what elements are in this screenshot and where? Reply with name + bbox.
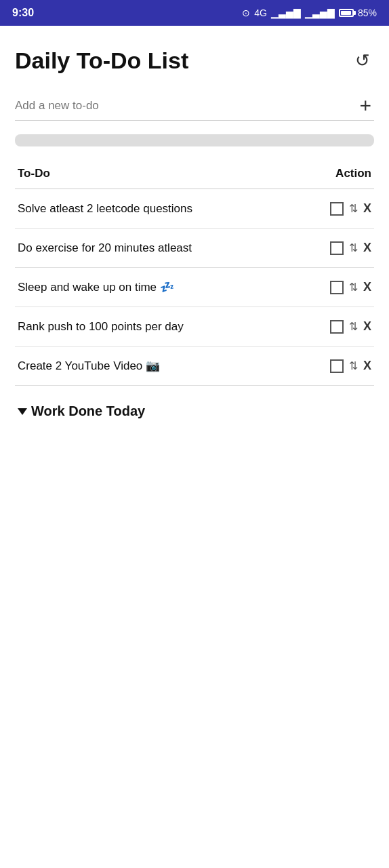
battery-icon [339, 9, 354, 17]
delete-icon[interactable]: X [363, 201, 371, 216]
todo-action-cell: ⇅X [300, 347, 374, 386]
todo-text-cell: Solve atleast 2 leetcode questions [15, 189, 300, 229]
todo-text-cell: Rank push to 100 points per day [15, 307, 300, 347]
action-cell-container: ⇅X [303, 280, 371, 294]
table-row: Rank push to 100 points per day⇅X [15, 307, 374, 347]
delete-icon[interactable]: X [363, 319, 371, 334]
column-action: Action [300, 161, 374, 189]
todo-checkbox[interactable] [330, 202, 344, 216]
todo-table: To-Do Action Solve atleast 2 leetcode qu… [15, 161, 374, 386]
signal-icon: ▁▃▅▇ [271, 7, 301, 18]
triangle-down-icon [18, 408, 27, 415]
network-label: 4G [254, 7, 267, 18]
todo-text-cell: Create 2 YouTube Video 📷 [15, 347, 300, 386]
status-time: 9:30 [12, 7, 34, 19]
gps-icon: ⊙ [242, 7, 250, 18]
delete-icon[interactable]: X [363, 359, 371, 373]
work-done-label: Work Done Today [31, 403, 145, 419]
todo-checkbox[interactable] [330, 241, 344, 255]
todo-action-cell: ⇅X [300, 229, 374, 268]
add-todo-row: + [15, 96, 374, 121]
todo-action-cell: ⇅X [300, 268, 374, 307]
table-row: Sleep and wake up on time 💤⇅X [15, 268, 374, 307]
table-header-row: To-Do Action [15, 161, 374, 189]
header: Daily To-Do List ↺ [15, 46, 374, 75]
progress-bar-container [15, 134, 374, 146]
signal-icon-2: ▁▃▅▇ [305, 7, 335, 18]
battery-label: 85% [358, 7, 377, 18]
main-content: Daily To-Do List ↺ + To-Do Action Solve … [0, 26, 389, 443]
action-cell-container: ⇅X [303, 319, 371, 334]
todo-checkbox[interactable] [330, 320, 344, 334]
sort-icon[interactable]: ⇅ [349, 202, 358, 215]
action-cell-container: ⇅X [303, 241, 371, 255]
delete-icon[interactable]: X [363, 241, 371, 255]
table-row: Create 2 YouTube Video 📷⇅X [15, 347, 374, 386]
action-cell-container: ⇅X [303, 359, 371, 373]
todo-text-cell: Sleep and wake up on time 💤 [15, 268, 300, 307]
table-row: Do exercise for 20 minutes atleast⇅X [15, 229, 374, 268]
add-todo-input[interactable] [15, 99, 356, 113]
sort-icon[interactable]: ⇅ [349, 320, 358, 333]
todo-checkbox[interactable] [330, 359, 344, 373]
action-cell-container: ⇅X [303, 201, 371, 216]
app-title: Daily To-Do List [15, 48, 188, 73]
todo-action-cell: ⇅X [300, 189, 374, 229]
work-done-toggle[interactable]: Work Done Today [18, 403, 371, 419]
table-row: Solve atleast 2 leetcode questions⇅X [15, 189, 374, 229]
status-right: ⊙ 4G ▁▃▅▇ ▁▃▅▇ 85% [242, 7, 377, 18]
column-todo: To-Do [15, 161, 300, 189]
status-bar: 9:30 ⊙ 4G ▁▃▅▇ ▁▃▅▇ 85% [0, 0, 389, 26]
sort-icon[interactable]: ⇅ [349, 359, 358, 372]
reset-button[interactable]: ↺ [351, 46, 374, 75]
work-done-section: Work Done Today [15, 394, 374, 429]
todo-checkbox[interactable] [330, 281, 344, 294]
sort-icon[interactable]: ⇅ [349, 241, 358, 254]
sort-icon[interactable]: ⇅ [349, 281, 358, 294]
delete-icon[interactable]: X [363, 280, 371, 294]
todo-text-cell: Do exercise for 20 minutes atleast [15, 229, 300, 268]
todo-action-cell: ⇅X [300, 307, 374, 347]
add-todo-button[interactable]: + [356, 96, 374, 116]
